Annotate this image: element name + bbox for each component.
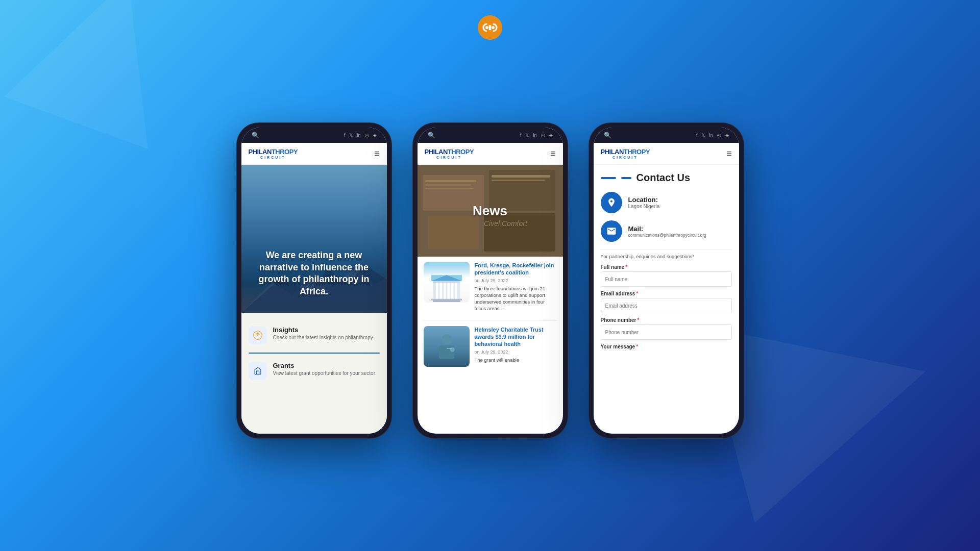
phone-1-hero-image: We are creating a new narrative to influ… [241,165,387,313]
phone-input[interactable] [601,324,732,340]
email-input[interactable] [601,298,732,313]
svg-point-35 [441,334,452,345]
building-icon [431,274,462,303]
news-page-title: News [473,203,507,219]
mail-row: Mail: communications@philanthropycircuit… [601,220,732,242]
hamburger-menu-1[interactable]: ≡ [374,148,380,159]
phone-required: * [638,317,640,323]
social-icons-2: f 𝕏 in ◎ ◈ [520,133,553,138]
news-item-2[interactable]: Helmsley Charitable Trust awards $3.9 mi… [424,326,557,367]
fullname-label: Full name * [601,264,732,270]
card-divider [249,353,380,354]
phone-3: 🔍 f 𝕏 in ◎ ◈ PHILANTHROPY CIRCUIT ≡ [589,122,744,439]
email-required: * [636,291,638,296]
contact-title-bar [601,177,616,179]
svg-rect-26 [439,283,442,300]
news-excerpt-2: The grant will enable [475,357,557,363]
mail-icon [601,220,622,242]
svg-rect-27 [444,283,446,300]
mail-label: Mail: [628,225,706,233]
twitter-icon-1: 𝕏 [349,133,353,138]
svg-rect-28 [447,283,450,300]
message-group: Your message * [601,344,732,349]
svg-point-11 [257,335,258,336]
phone-2-screen: 🔍 f 𝕏 in ◎ ◈ PHILANTHROPY CIRCUIT ≡ [418,128,563,434]
instagram-icon-2: ◎ [541,133,545,138]
svg-rect-32 [433,300,460,302]
rss-icon-2: ◈ [549,133,553,138]
hamburger-menu-2[interactable]: ≡ [550,148,556,159]
person-icon [431,331,462,362]
contact-title-row: Contact Us [601,172,732,184]
hero-headline-1: We are creating a new narrative to influ… [250,249,379,297]
home-cards-section: Insights Check out the latest insights o… [241,313,387,434]
svg-rect-31 [431,299,462,300]
news-hero-image: Civel Comfort News [418,165,563,257]
phone-1-status-bar: 🔍 f 𝕏 in ◎ ◈ [241,128,387,143]
contact-content: Contact Us Location: Lagos Nigeria [594,165,739,434]
app-logo-icon [477,14,503,41]
phone-2-navbar: PHILANTHROPY CIRCUIT ≡ [418,143,563,165]
phone-3-navbar: PHILANTHROPY CIRCUIT ≡ [594,143,739,165]
linkedin-icon-3: in [709,133,713,138]
insights-title: Insights [273,326,373,334]
search-icon-2: 🔍 [428,132,435,139]
facebook-icon-3: f [696,133,698,138]
phone-1-screen: 🔍 f 𝕏 in ◎ ◈ PHILANTHROPY CIRCUIT ≡ [241,128,387,434]
message-required: * [636,344,638,349]
location-info: Location: Lagos Nigeria [628,196,660,209]
search-icon-3: 🔍 [604,132,611,139]
insights-card[interactable]: Insights Check out the latest insights o… [249,321,380,349]
phone-group: Phone number * [601,317,732,340]
news-hero-overlay: News [418,165,563,257]
phone-1: 🔍 f 𝕏 in ◎ ◈ PHILANTHROPY CIRCUIT ≡ [236,122,392,439]
news-list: Ford, Kresge, Rockefeller join president… [418,257,563,434]
location-value: Lagos Nigeria [628,204,660,209]
fullname-required: * [625,264,627,270]
news-content-2: Helmsley Charitable Trust awards $3.9 mi… [475,326,557,367]
search-icon-1: 🔍 [252,132,259,139]
grants-title: Grants [273,362,375,369]
news-content-1: Ford, Kresge, Rockefeller join president… [475,262,557,312]
news-title-2: Helmsley Charitable Trust awards $3.9 mi… [475,326,557,348]
facebook-icon-2: f [520,133,522,138]
phone-2: 🔍 f 𝕏 in ◎ ◈ PHILANTHROPY CIRCUIT ≡ [412,122,568,439]
location-icon [601,192,622,213]
instagram-icon-1: ◎ [365,133,369,138]
contact-title-bar-2 [621,177,631,179]
mail-value: communications@philanthropycircuit.org [628,233,706,238]
email-label: Email address * [601,291,732,296]
insights-card-content: Insights Check out the latest insights o… [273,326,373,340]
news-date-1: on July 29, 2022 [475,278,557,283]
phone-label: Phone number * [601,317,732,323]
phone-3-screen: 🔍 f 𝕏 in ◎ ◈ PHILANTHROPY CIRCUIT ≡ [594,128,739,434]
phone-2-status-bar: 🔍 f 𝕏 in ◎ ◈ [418,128,563,143]
phones-container: 🔍 f 𝕏 in ◎ ◈ PHILANTHROPY CIRCUIT ≡ [236,122,744,439]
hamburger-menu-3[interactable]: ≡ [726,148,732,159]
rss-icon-3: ◈ [725,133,729,138]
social-icons-1: f 𝕏 in ◎ ◈ [344,133,377,138]
phone-3-status-bar: 🔍 f 𝕏 in ◎ ◈ [594,128,739,143]
location-row: Location: Lagos Nigeria [601,192,732,213]
fullname-input[interactable] [601,271,732,287]
twitter-icon-3: 𝕏 [701,133,705,138]
grants-icon [249,362,267,380]
nav-logo-2: PHILANTHROPY CIRCUIT [425,148,474,159]
svg-rect-29 [451,283,454,300]
form-note: For partnership, enquiries and suggestio… [601,254,732,259]
svg-point-5 [485,26,488,29]
news-image-2 [424,326,470,367]
linkedin-icon-2: in [533,133,536,138]
news-item-1[interactable]: Ford, Kresge, Rockefeller join president… [424,262,557,312]
nav-logo-3: PHILANTHROPY CIRCUIT [601,148,650,159]
rss-icon-1: ◈ [373,133,377,138]
linkedin-icon-1: in [357,133,360,138]
news-date-2: on July 29, 2022 [475,349,557,355]
news-divider-1 [424,320,557,321]
twitter-icon-2: 𝕏 [525,133,529,138]
contact-title-text: Contact Us [636,172,691,184]
news-excerpt-1: The three foundations will join 21 corpo… [475,285,557,312]
nav-logo-1: PHILANTHROPY CIRCUIT [249,148,298,159]
grants-card[interactable]: Grants View latest grant opportunities f… [249,357,380,385]
insights-description: Check out the latest insights on philant… [273,335,373,340]
